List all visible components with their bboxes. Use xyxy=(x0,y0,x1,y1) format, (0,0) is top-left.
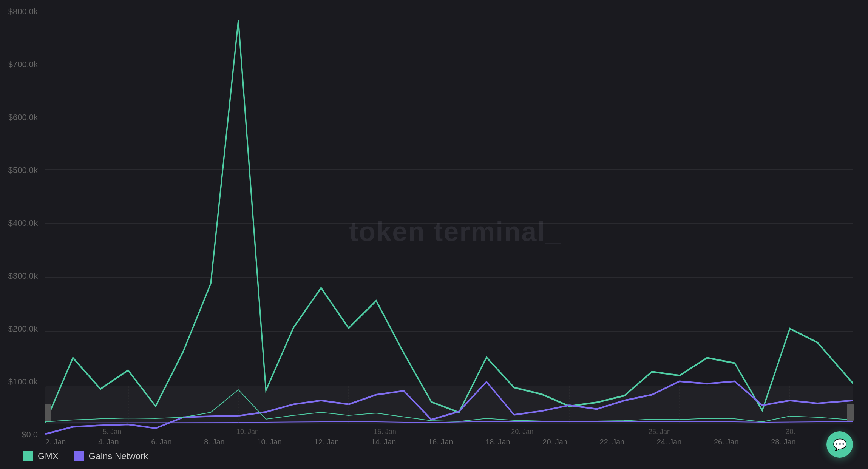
y-label-400k: $400.0k xyxy=(8,219,38,227)
grid-lines xyxy=(45,8,853,439)
chat-icon: 💬 xyxy=(833,438,847,451)
y-label-200k: $200.0k xyxy=(8,325,38,333)
chart-container: token terminal_ $800.0k $700.0k $600.0k … xyxy=(0,0,868,469)
mini-gmx-line xyxy=(45,390,853,422)
legend-color-gains xyxy=(74,451,84,461)
legend-label-gains: Gains Network xyxy=(89,451,148,461)
legend-item-gmx: GMX xyxy=(23,451,59,461)
x-label-jan20: 20. Jan xyxy=(542,438,567,446)
x-label-jan24: 24. Jan xyxy=(657,438,682,446)
x-label-jan28: 28. Jan xyxy=(771,438,796,446)
x-label-jan8: 8. Jan xyxy=(204,438,224,446)
mini-gains-line xyxy=(45,421,853,423)
x-label-jan2: 2. Jan xyxy=(45,438,66,446)
mini-x-labels: 5. Jan 10. Jan 15. Jan 20. Jan 25. Jan 3… xyxy=(45,428,853,436)
mini-chart-svg xyxy=(45,386,853,424)
mini-x-jan20: 20. Jan xyxy=(511,428,533,436)
x-label-jan12: 12. Jan xyxy=(314,438,339,446)
y-axis: $800.0k $700.0k $600.0k $500.0k $400.0k … xyxy=(0,8,45,439)
x-axis: 2. Jan 4. Jan 6. Jan 8. Jan 10. Jan 12. … xyxy=(45,438,853,446)
mini-x-jan10: 10. Jan xyxy=(236,428,259,436)
chart-legend: GMX Gains Network xyxy=(23,451,148,461)
y-label-500k: $500.0k xyxy=(8,166,38,174)
x-label-jan4: 4. Jan xyxy=(98,438,119,446)
y-label-100k: $100.0k xyxy=(8,378,38,386)
chat-button[interactable]: 💬 xyxy=(826,431,853,458)
x-label-jan22: 22. Jan xyxy=(600,438,625,446)
gmx-line xyxy=(45,20,853,423)
mini-chart-area[interactable] xyxy=(45,386,853,424)
y-label-300k: $300.0k xyxy=(8,272,38,280)
scroll-handle-left[interactable] xyxy=(45,404,51,421)
x-label-jan26: 26. Jan xyxy=(714,438,739,446)
y-label-700k: $700.0k xyxy=(8,60,38,69)
y-label-600k: $600.0k xyxy=(8,113,38,122)
x-label-jan14: 14. Jan xyxy=(371,438,396,446)
mini-x-jan15: 15. Jan xyxy=(374,428,396,436)
scroll-handle-right[interactable] xyxy=(847,404,854,421)
legend-color-gmx xyxy=(23,451,33,461)
legend-item-gains: Gains Network xyxy=(74,451,148,461)
mini-x-jan5: 5. Jan xyxy=(103,428,121,436)
x-label-jan18: 18. Jan xyxy=(485,438,510,446)
x-label-jan10: 10. Jan xyxy=(257,438,282,446)
mini-x-jan25: 25. Jan xyxy=(649,428,671,436)
y-label-0: $0.0 xyxy=(22,430,38,439)
legend-label-gmx: GMX xyxy=(38,451,59,461)
x-label-jan6: 6. Jan xyxy=(151,438,171,446)
x-label-jan16: 16. Jan xyxy=(428,438,453,446)
mini-x-jan30: 30. xyxy=(786,428,795,436)
main-chart-svg xyxy=(45,8,853,439)
y-label-800k: $800.0k xyxy=(8,8,38,16)
